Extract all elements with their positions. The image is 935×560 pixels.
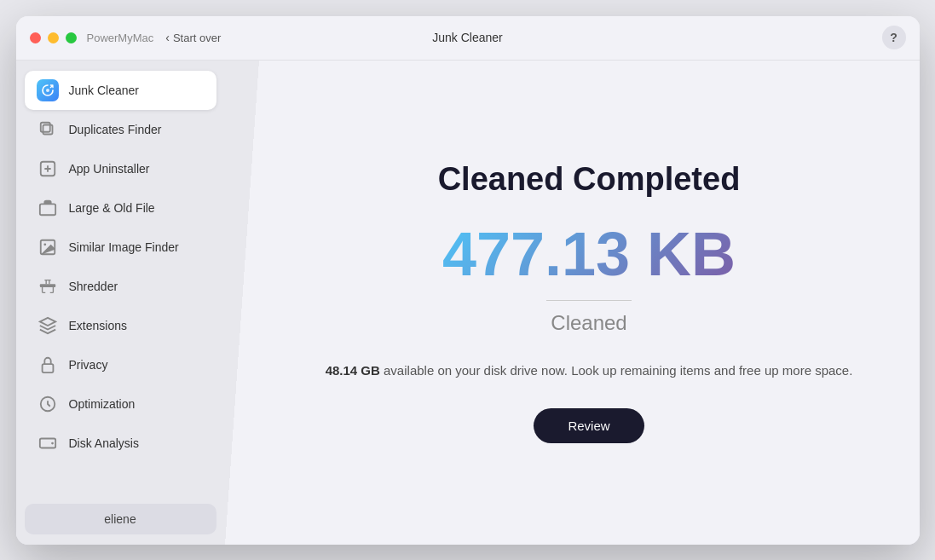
disk-analysis-icon (37, 432, 59, 454)
main-content: Junk CleanerDuplicates FinderApp Uninsta… (16, 61, 920, 545)
svg-rect-7 (39, 284, 55, 287)
cleaned-amount: 477.13 KB (442, 223, 736, 285)
cleaned-title: Cleaned Completed (438, 161, 741, 198)
sidebar-item-duplicates-finder[interactable]: Duplicates Finder (25, 110, 216, 149)
svg-point-0 (46, 89, 49, 92)
amount-divider (546, 300, 632, 301)
disk-info: 48.14 GB available on your disk drive no… (326, 361, 853, 381)
junk-cleaner-label: Junk Cleaner (69, 84, 140, 97)
window-controls (30, 32, 77, 43)
duplicates-finder-label: Duplicates Finder (69, 123, 162, 136)
sidebar-item-shredder[interactable]: Shredder (25, 267, 216, 306)
sidebar-item-privacy[interactable]: Privacy (25, 345, 216, 384)
duplicates-finder-icon (37, 118, 59, 141)
optimization-icon (37, 393, 59, 415)
sidebar-item-similar-image-finder[interactable]: Similar Image Finder (25, 228, 216, 267)
svg-rect-4 (39, 204, 55, 215)
sidebar: Junk CleanerDuplicates FinderApp Uninsta… (16, 61, 225, 545)
app-title-area: PowerMyMac ‹ Start over (87, 31, 222, 44)
privacy-icon (37, 354, 59, 376)
junk-cleaner-icon (37, 79, 59, 101)
sidebar-user[interactable]: eliene (25, 504, 216, 534)
disk-size: 48.14 GB (326, 363, 380, 378)
page-title: Junk Cleaner (432, 31, 503, 44)
sidebar-item-large-old-file[interactable]: Large & Old File (25, 188, 216, 228)
extensions-icon (37, 315, 59, 337)
disk-analysis-label: Disk Analysis (69, 436, 139, 450)
review-button[interactable]: Review (534, 408, 644, 443)
help-icon: ? (890, 31, 897, 44)
svg-point-6 (43, 243, 46, 245)
content-area: Cleaned Completed 477.13 KB Cleaned 48.1… (259, 61, 920, 545)
similar-image-finder-icon (37, 236, 59, 258)
help-button[interactable]: ? (882, 26, 906, 49)
sidebar-item-app-uninstaller[interactable]: App Uninstaller (25, 149, 216, 188)
sidebar-item-disk-analysis[interactable]: Disk Analysis (25, 424, 216, 463)
sidebar-item-junk-cleaner[interactable]: Junk Cleaner (25, 71, 216, 110)
start-over-label: Start over (173, 32, 221, 44)
large-old-file-icon (37, 197, 59, 219)
extensions-label: Extensions (69, 319, 127, 332)
privacy-label: Privacy (69, 358, 108, 372)
optimization-label: Optimization (69, 397, 136, 411)
svg-rect-8 (42, 364, 53, 372)
disk-info-text: available on your disk drive now. Look u… (380, 363, 852, 378)
titlebar: PowerMyMac ‹ Start over Junk Cleaner ? (16, 16, 920, 61)
svg-rect-2 (40, 122, 49, 131)
similar-image-finder-label: Similar Image Finder (69, 240, 179, 254)
app-uninstaller-label: App Uninstaller (69, 162, 150, 176)
chevron-left-icon: ‹ (165, 31, 170, 44)
sidebar-divider (225, 61, 259, 545)
shredder-icon (37, 275, 59, 297)
start-over-button[interactable]: ‹ Start over (165, 31, 221, 44)
app-window: PowerMyMac ‹ Start over Junk Cleaner ? J… (16, 16, 920, 545)
shredder-label: Shredder (69, 280, 118, 293)
maximize-button[interactable] (66, 32, 77, 43)
sidebar-item-optimization[interactable]: Optimization (25, 384, 216, 424)
sidebar-item-extensions[interactable]: Extensions (25, 306, 216, 345)
cleaned-label: Cleaned (551, 311, 626, 335)
minimize-button[interactable] (48, 32, 59, 43)
svg-point-11 (51, 442, 54, 444)
sidebar-spacer (25, 465, 216, 502)
app-uninstaller-icon (37, 158, 59, 180)
close-button[interactable] (30, 32, 41, 43)
large-old-file-label: Large & Old File (69, 201, 155, 215)
svg-rect-1 (43, 124, 52, 134)
app-name: PowerMyMac (87, 32, 154, 44)
